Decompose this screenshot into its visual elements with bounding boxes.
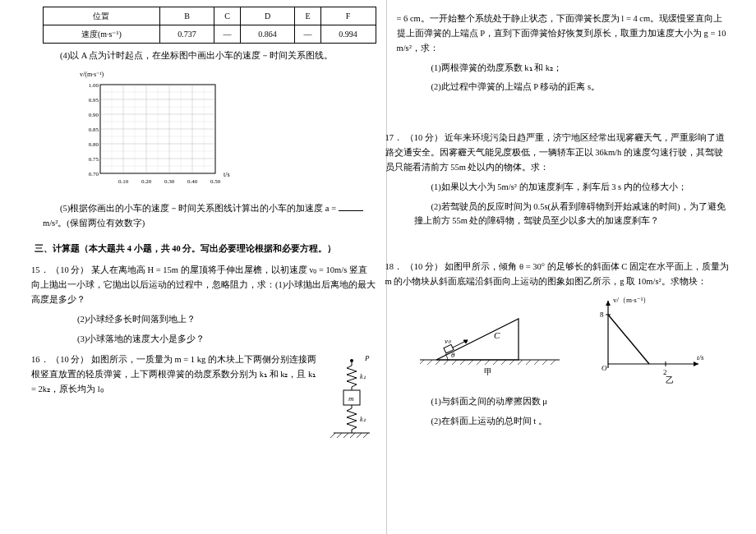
question-17: 17． （10 分） 近年来环境污染日趋严重，济宁地区经常出现雾霾天气，严重影响… bbox=[385, 131, 731, 175]
col-head: F bbox=[320, 7, 376, 25]
svg-text:0.40: 0.40 bbox=[187, 178, 198, 185]
q17-p2: (2)若驾驶员的反应时间为 0.5s(从看到障碍物到开始减速的时间)，为了避免撞… bbox=[414, 200, 731, 229]
q15-p3: (3)小球落地的速度大小是多少？ bbox=[60, 332, 376, 347]
svg-line-47 bbox=[363, 433, 368, 438]
svg-line-63 bbox=[534, 360, 539, 365]
q18-p1: (1)与斜面之间的动摩擦因数 μ bbox=[414, 394, 731, 409]
graph-origin: O bbox=[602, 364, 607, 372]
blank-fill[interactable] bbox=[339, 202, 363, 211]
col-head: D bbox=[240, 7, 295, 25]
vt-graph-figure: v/（m·s⁻¹） t/s O 8 2 乙 bbox=[583, 294, 707, 389]
svg-line-46 bbox=[357, 433, 362, 438]
svg-text:0.50: 0.50 bbox=[210, 178, 221, 185]
q15-num: 15． bbox=[31, 263, 49, 278]
svg-line-52 bbox=[444, 360, 449, 365]
svg-line-65 bbox=[551, 360, 555, 365]
cell: 0.864 bbox=[240, 25, 295, 44]
q17-num: 17． bbox=[385, 131, 403, 145]
q5-prompt: (5)根据你画出的小车的速度－时间关系图线计算出的小车的加速度 a = m/s²… bbox=[43, 201, 376, 231]
q17-pts: （10 分） bbox=[405, 133, 443, 142]
svg-text:P: P bbox=[364, 354, 370, 362]
q18-num: 18． bbox=[385, 260, 403, 274]
svg-line-49 bbox=[420, 360, 424, 365]
svg-line-64 bbox=[542, 360, 547, 365]
svg-line-53 bbox=[452, 360, 457, 365]
svg-line-57 bbox=[485, 360, 490, 365]
svg-text:0.75: 0.75 bbox=[89, 156, 99, 163]
q16-p2: (2)此过程中弹簧的上端点 P 移动的距离 s。 bbox=[414, 80, 731, 94]
svg-line-43 bbox=[337, 433, 342, 438]
q16-p1: (1)两根弹簧的劲度系数 k₁ 和 k₂； bbox=[414, 61, 731, 76]
svg-point-36 bbox=[350, 359, 353, 362]
svg-text:m: m bbox=[348, 394, 354, 403]
table-row-label: 位置 bbox=[44, 7, 160, 25]
svg-line-55 bbox=[468, 360, 473, 365]
svg-text:t/s: t/s bbox=[224, 171, 230, 178]
section-3-title: 三、计算题（本大题共 4 小题，共 40 分。写出必要理论根据和必要方程。） bbox=[35, 242, 376, 256]
label-theta: θ bbox=[451, 351, 455, 359]
question-15: 15． （10 分） 某人在离地高 H = 15m 的屋顶将手伸出屋檐，以初速度… bbox=[31, 263, 376, 307]
svg-marker-70 bbox=[694, 361, 698, 366]
incline-figure: v₀ θ C 甲 bbox=[420, 302, 560, 381]
label-v0: v₀ bbox=[445, 337, 451, 345]
cell: 0.994 bbox=[320, 25, 376, 44]
svg-line-51 bbox=[436, 360, 440, 365]
svg-text:0.20: 0.20 bbox=[141, 178, 152, 185]
vt-grid-chart: v/(m·s⁻¹) 1.00 0.95 0.90 0.85 0.80 0.75 … bbox=[76, 68, 376, 196]
q18-pts: （10 分） bbox=[405, 262, 443, 271]
svg-line-45 bbox=[350, 433, 355, 438]
svg-line-61 bbox=[518, 360, 523, 365]
cell: — bbox=[295, 25, 320, 44]
table-row-label: 速度(m·s⁻¹) bbox=[44, 25, 160, 44]
col-head: E bbox=[295, 7, 320, 25]
col-head: C bbox=[214, 7, 240, 25]
svg-line-44 bbox=[343, 433, 348, 438]
q16-cont: = 6 cm。一开始整个系统处于静止状态，下面弹簧长度为 l = 4 cm。现缓… bbox=[397, 12, 731, 56]
caption-jia: 甲 bbox=[484, 367, 492, 376]
cell: 0.737 bbox=[159, 25, 214, 44]
q17-p1: (1)如果以大小为 5m/s² 的加速度刹车，刹车后 3 s 内的位移大小； bbox=[414, 180, 731, 195]
q16-pts: （10 分） bbox=[51, 355, 89, 364]
svg-text:0.95: 0.95 bbox=[89, 97, 99, 104]
q5-unit: m/s²。(保留两位有效数字) bbox=[43, 219, 145, 228]
question-18: 18． （10 分） 如图甲所示，倾角 θ = 30° 的足够长的斜面体 C 固… bbox=[385, 260, 731, 289]
svg-line-50 bbox=[427, 360, 432, 365]
svg-line-58 bbox=[493, 360, 498, 365]
q16-num: 16． bbox=[31, 352, 49, 367]
svg-line-54 bbox=[460, 360, 465, 365]
svg-line-56 bbox=[477, 360, 482, 365]
svg-line-62 bbox=[526, 360, 531, 365]
q15-pts: （10 分） bbox=[51, 265, 89, 274]
q5-pre: (5)根据你画出的小车的速度－时间关系图线计算出的小车的加速度 a = bbox=[60, 204, 336, 213]
col-head: B bbox=[159, 7, 214, 25]
svg-text:1.00: 1.00 bbox=[89, 82, 99, 89]
label-C: C bbox=[494, 330, 500, 340]
svg-text:v/(m·s⁻¹): v/(m·s⁻¹) bbox=[80, 71, 104, 78]
spring-figure: P k₁ m k₂ bbox=[327, 352, 376, 464]
svg-marker-72 bbox=[606, 301, 611, 306]
graph-xlabel: t/s bbox=[697, 353, 704, 361]
svg-text:0.85: 0.85 bbox=[89, 127, 99, 133]
svg-text:0.30: 0.30 bbox=[164, 178, 175, 185]
graph-ylabel: v/（m·s⁻¹） bbox=[613, 296, 650, 304]
svg-line-42 bbox=[330, 433, 335, 438]
svg-text:k₁: k₁ bbox=[360, 373, 366, 380]
cell: — bbox=[214, 25, 240, 44]
q4-prompt: (4)以 A 点为计时起点，在坐标图中画出小车的速度－时间关系图线。 bbox=[43, 48, 376, 63]
svg-text:k₂: k₂ bbox=[360, 416, 366, 423]
velocity-table: 位置 B C D E F 速度(m·s⁻¹) 0.737 — 0.864 — 0… bbox=[43, 7, 376, 44]
caption-yi: 乙 bbox=[666, 375, 674, 384]
q18-p2: (2)在斜面上运动的总时间 t 。 bbox=[414, 414, 731, 429]
svg-line-60 bbox=[509, 360, 514, 365]
svg-text:0.80: 0.80 bbox=[89, 141, 99, 148]
svg-text:0.70: 0.70 bbox=[89, 171, 99, 177]
graph-ymax: 8 bbox=[600, 311, 604, 319]
question-16: 16． （10 分） 如图所示，一质量为 m = 1 kg 的木块上下两侧分别连… bbox=[31, 352, 376, 397]
svg-line-59 bbox=[501, 360, 506, 365]
svg-text:0.10: 0.10 bbox=[118, 178, 129, 185]
q15-p2: (2)小球经多长时间落到地上？ bbox=[60, 312, 376, 327]
svg-text:0.90: 0.90 bbox=[89, 112, 99, 118]
